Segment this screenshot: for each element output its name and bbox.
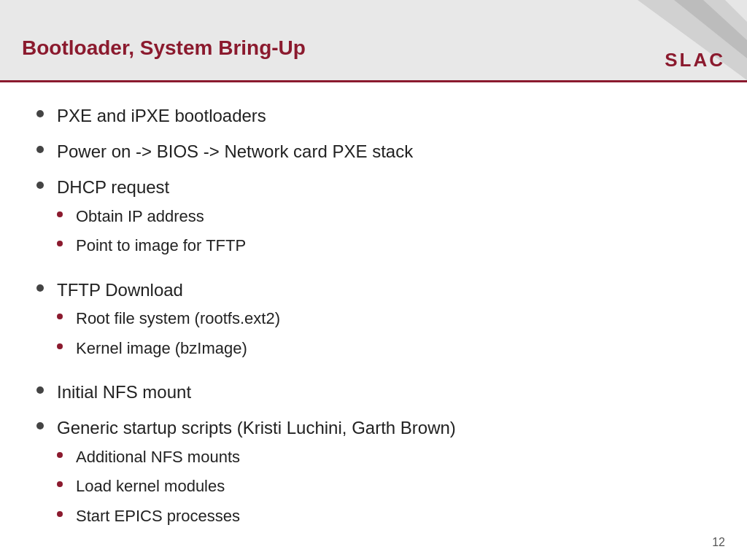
slac-logo-text: SLAC bbox=[665, 49, 725, 71]
slide: Bootloader, System Bring-Up SLAC PXE and… bbox=[0, 0, 747, 560]
list-item: TFTP Download Root file system (rootfs.e… bbox=[36, 279, 711, 368]
list-item-text: Generic startup scripts (Kristi Luchini,… bbox=[57, 418, 456, 438]
bullet-dot-icon bbox=[36, 422, 44, 429]
bullet-dot-icon bbox=[36, 284, 44, 292]
list-item-text: Load kernel modules bbox=[76, 476, 225, 497]
bullet-dot-sub-icon bbox=[57, 241, 63, 246]
list-item-text: Additional NFS mounts bbox=[76, 447, 240, 468]
sub-bullet-list: Additional NFS mounts Load kernel module… bbox=[57, 447, 711, 527]
list-item: Generic startup scripts (Kristi Luchini,… bbox=[36, 416, 711, 535]
bullet-dot-sub-icon bbox=[57, 343, 63, 349]
list-item-text: TFTP Download bbox=[57, 280, 183, 300]
page-number: 12 bbox=[712, 536, 725, 549]
list-item-text: PXE and iPXE bootloaders bbox=[57, 104, 711, 127]
list-item: Root file system (rootfs.ext2) bbox=[57, 308, 711, 330]
list-item-text: Point to image for TFTP bbox=[76, 236, 246, 257]
list-item: Kernel image (bzImage) bbox=[57, 338, 711, 359]
list-item-text: Kernel image (bzImage) bbox=[76, 338, 247, 359]
list-item: PXE and iPXE bootloaders bbox=[36, 104, 711, 127]
list-item-with-subitems: DHCP request Obtain IP address Point to … bbox=[57, 176, 711, 265]
list-item: Power on -> BIOS -> Network card PXE sta… bbox=[36, 140, 711, 163]
slide-content: PXE and iPXE bootloaders Power on -> BIO… bbox=[0, 82, 747, 560]
list-item: Initial NFS mount bbox=[36, 381, 711, 403]
bullet-dot-icon bbox=[36, 182, 44, 189]
bullet-dot-icon bbox=[36, 146, 44, 153]
list-item-text: Start EPICS processes bbox=[76, 506, 240, 527]
list-item: Load kernel modules bbox=[57, 476, 711, 497]
slac-logo: SLAC bbox=[665, 49, 725, 71]
main-bullet-list: PXE and iPXE bootloaders Power on -> BIO… bbox=[36, 104, 711, 535]
slide-header: Bootloader, System Bring-Up SLAC bbox=[0, 0, 747, 80]
slide-title: Bootloader, System Bring-Up bbox=[22, 36, 306, 60]
list-item-text: Obtain IP address bbox=[76, 206, 204, 228]
list-item-with-subitems: Generic startup scripts (Kristi Luchini,… bbox=[57, 416, 711, 535]
list-item: Additional NFS mounts bbox=[57, 447, 711, 468]
bullet-dot-sub-icon bbox=[57, 511, 63, 517]
list-item: Start EPICS processes bbox=[57, 506, 711, 527]
bullet-dot-icon bbox=[36, 386, 44, 394]
bullet-dot-sub-icon bbox=[57, 314, 63, 319]
list-item-with-subitems: TFTP Download Root file system (rootfs.e… bbox=[57, 279, 711, 368]
list-item-text: Power on -> BIOS -> Network card PXE sta… bbox=[57, 140, 711, 163]
list-item: DHCP request Obtain IP address Point to … bbox=[36, 176, 711, 265]
list-item-text: Root file system (rootfs.ext2) bbox=[76, 308, 280, 330]
list-item-text: DHCP request bbox=[57, 177, 169, 197]
bullet-dot-sub-icon bbox=[57, 452, 63, 458]
sub-bullet-list: Root file system (rootfs.ext2) Kernel im… bbox=[57, 308, 711, 359]
bullet-dot-sub-icon bbox=[57, 481, 63, 487]
list-item: Point to image for TFTP bbox=[57, 236, 711, 257]
sub-bullet-list: Obtain IP address Point to image for TFT… bbox=[57, 206, 711, 257]
bullet-dot-icon bbox=[36, 110, 44, 117]
list-item: Obtain IP address bbox=[57, 206, 711, 228]
list-item-text: Initial NFS mount bbox=[57, 381, 711, 403]
bullet-dot-sub-icon bbox=[57, 211, 63, 217]
